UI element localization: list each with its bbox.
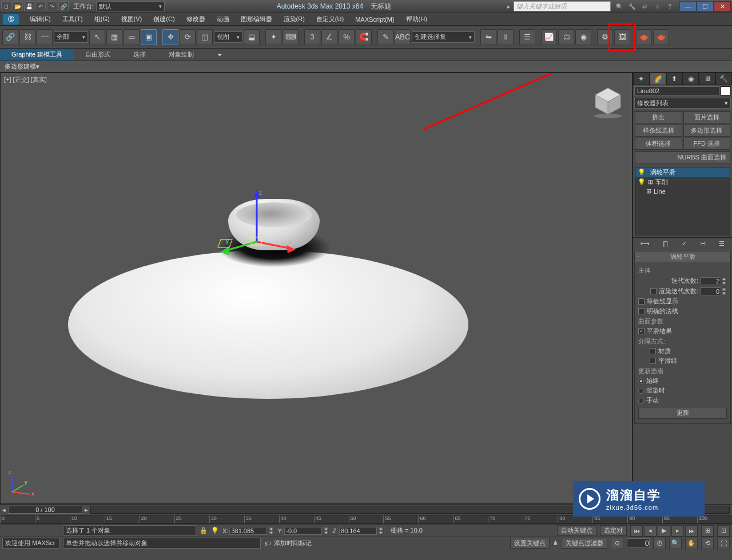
hierarchy-tab-icon[interactable]: ⬆ — [666, 73, 683, 85]
rollout-header[interactable]: -涡轮平滑 — [635, 251, 730, 262]
maximize-button[interactable]: ☐ — [697, 1, 714, 11]
max-toggle-icon[interactable]: ⛶ — [717, 538, 730, 549]
named-selection-dropdown[interactable]: 创建选择集 — [412, 31, 475, 43]
ref-coord-dropdown[interactable]: 视图 — [214, 31, 242, 43]
coord-z-input[interactable] — [339, 527, 377, 535]
snap-toggle-icon[interactable]: 3 — [304, 29, 320, 45]
play-icon[interactable]: ▶ — [658, 525, 670, 537]
time-tag-icon[interactable]: 🏷 — [264, 540, 270, 547]
render-setup-icon[interactable]: ⚙ — [597, 29, 613, 45]
select-by-name-icon[interactable]: ▦ — [106, 29, 122, 45]
smooth-result-checkbox[interactable]: ✓ — [638, 328, 645, 334]
create-tab-icon[interactable]: ✦ — [633, 73, 650, 85]
scale-icon[interactable]: ◫ — [197, 29, 213, 45]
render-production-icon[interactable]: 🫖 — [636, 29, 652, 45]
render-iters-checkbox[interactable] — [650, 288, 657, 294]
undo-icon[interactable]: ↶ — [35, 1, 46, 11]
sel-btn-nurbs[interactable]: NURBS 曲面选择 — [635, 151, 730, 163]
menu-rendering[interactable]: 渲染(R) — [278, 15, 311, 23]
remove-mod-icon[interactable]: ✂ — [701, 240, 706, 247]
utilities-tab-icon[interactable]: 🔨 — [715, 73, 732, 85]
display-tab-icon[interactable]: 🖥 — [699, 73, 715, 85]
named-sel-icon[interactable]: ABC — [395, 29, 411, 45]
menu-graph-editors[interactable]: 图形编辑器 — [235, 15, 278, 23]
coord-y-input[interactable] — [284, 527, 322, 535]
window-crossing-icon[interactable]: ▣ — [141, 29, 157, 45]
coord-x-input[interactable] — [229, 527, 267, 535]
sel-btn-extrude[interactable]: 挤出 — [635, 111, 682, 123]
set-key-button[interactable]: 设置关键点 — [510, 538, 550, 549]
current-frame-input[interactable] — [627, 538, 650, 548]
rotate-icon[interactable]: ⟳ — [180, 29, 196, 45]
menu-create[interactable]: 创建(C) — [148, 15, 180, 23]
prev-frame-icon[interactable]: ◂ — [644, 525, 657, 537]
unlink-icon[interactable]: ⛓ — [19, 29, 35, 45]
pivot-icon[interactable]: ⬓ — [244, 29, 260, 45]
show-result-icon[interactable]: ∏ — [663, 240, 668, 247]
help-icon[interactable]: ? — [665, 1, 675, 11]
sel-btn-ffd[interactable]: FFD 选择 — [683, 138, 731, 150]
link-icon[interactable]: 🔗 — [2, 29, 18, 45]
redo-icon[interactable]: ↷ — [47, 1, 57, 11]
sel-btn-spline[interactable]: 样条线选择 — [635, 125, 682, 137]
link-icon[interactable]: 🔗 — [58, 1, 69, 11]
ribbon-tab-freeform[interactable]: 自由形式 — [74, 49, 122, 61]
percent-snap-icon[interactable]: % — [339, 29, 355, 45]
sel-btn-patch[interactable]: 面片选择 — [683, 111, 731, 123]
menu-modifiers[interactable]: 修改器 — [181, 15, 211, 23]
menu-customize[interactable]: 自定义(U) — [311, 15, 349, 23]
search-icon[interactable]: 🔍 — [614, 1, 624, 11]
key-filters-icon[interactable]: ⋔ — [553, 539, 558, 547]
sel-btn-volume[interactable]: 体积选择 — [635, 138, 682, 150]
key-icon[interactable]: 🔧 — [627, 1, 637, 11]
isoline-checkbox[interactable] — [638, 298, 645, 305]
rendered-frame-icon[interactable]: 🖼 — [614, 29, 630, 45]
menu-animation[interactable]: 动画 — [211, 15, 235, 23]
schematic-view-icon[interactable]: 🗂 — [558, 29, 574, 45]
menu-maxscript[interactable]: MAXScript(M) — [349, 16, 400, 23]
next-frame-icon[interactable]: ▸ — [671, 525, 684, 537]
close-button[interactable]: ✕ — [714, 1, 731, 11]
modifier-list-dropdown[interactable]: 修改器列表▾ — [634, 98, 731, 109]
viewport-nav2-icon[interactable]: ⊡ — [717, 525, 730, 537]
zoom-icon[interactable]: 🔍 — [669, 538, 682, 549]
smoothing-groups-checkbox[interactable] — [650, 358, 656, 364]
modifier-stack[interactable]: 💡涡轮平滑 💡⊞车削 ⊞Line — [635, 167, 730, 235]
goto-end-icon[interactable]: ⏭ — [685, 525, 698, 537]
menu-edit[interactable]: 编辑(E) — [24, 15, 57, 23]
configure-icon[interactable]: ☰ — [719, 240, 725, 247]
curve-editor-icon[interactable]: 📈 — [541, 29, 557, 45]
timeline-next-icon[interactable]: ▸ — [85, 506, 88, 514]
auto-key-button[interactable]: 自动关键点 — [557, 525, 596, 536]
update-render-radio[interactable] — [638, 388, 644, 394]
object-name-field[interactable]: Line002 — [634, 86, 719, 95]
selected-dropdown[interactable]: 选定对 — [600, 525, 627, 536]
menu-group[interactable]: 组(G) — [89, 15, 116, 23]
save-icon[interactable]: 💾 — [24, 1, 34, 11]
app-menu-button[interactable]: Ⓢ — [2, 14, 19, 25]
menu-views[interactable]: 视图(V) — [116, 15, 148, 23]
select-region-icon[interactable]: ▭ — [124, 29, 140, 45]
materials-checkbox[interactable] — [650, 348, 656, 354]
key-filters-button[interactable]: 关键点过滤器 — [562, 538, 607, 549]
selection-filter-dropdown[interactable]: 全部 — [54, 31, 88, 43]
render-iters-spinner[interactable]: ▲▼ — [701, 287, 727, 295]
time-slider[interactable]: 0 / 100 — [8, 506, 82, 514]
star-icon[interactable]: ☆ — [652, 1, 662, 11]
goto-start-icon[interactable]: ⏮ — [630, 525, 643, 537]
motion-tab-icon[interactable]: ◉ — [682, 73, 699, 85]
pin-stack-icon[interactable]: ⟼ — [640, 240, 650, 247]
move-icon[interactable]: ✥ — [162, 29, 178, 45]
manipulate-icon[interactable]: ✦ — [265, 29, 281, 45]
ribbon-tab-paint[interactable]: 对象绘制 — [157, 49, 205, 61]
keyboard-shortcut-icon[interactable]: ⌨ — [283, 29, 299, 45]
time-config-icon[interactable]: ⏱ — [653, 538, 666, 549]
spinner-snap-icon[interactable]: 🧲 — [356, 29, 372, 45]
material-editor-icon[interactable]: ◉ — [575, 29, 591, 45]
layers-icon[interactable]: ☰ — [519, 29, 535, 45]
sel-btn-poly[interactable]: 多边形选择 — [683, 125, 731, 137]
lock-icon[interactable]: 🔒 — [200, 527, 208, 534]
update-always-radio[interactable] — [638, 378, 644, 384]
viewport-label[interactable]: [+] [正交] [真实] — [4, 75, 47, 84]
add-time-tag[interactable]: 添加时间标记 — [274, 539, 312, 547]
